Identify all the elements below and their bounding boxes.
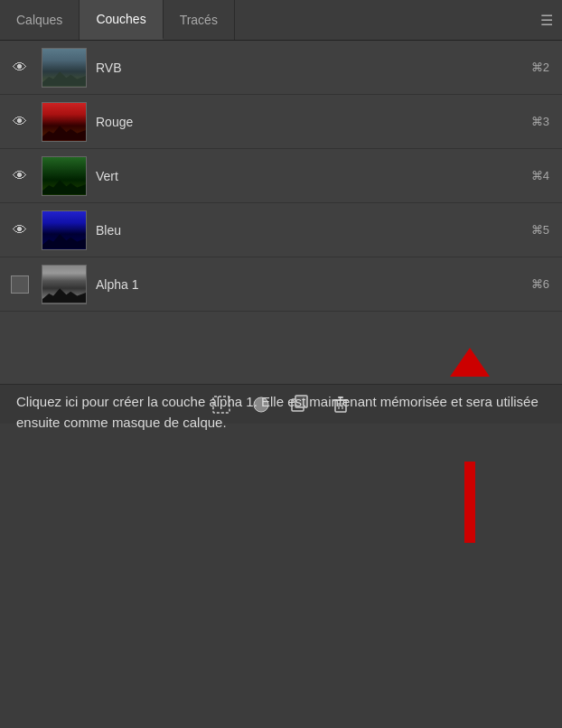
visibility-rvb[interactable]: 👁 xyxy=(7,60,33,76)
arrow-head xyxy=(450,348,490,377)
thumb-vert xyxy=(42,156,87,196)
arrow-annotation xyxy=(450,433,490,543)
tab-calques-label: Calques xyxy=(16,13,62,27)
tab-couches-label: Couches xyxy=(96,12,145,26)
tab-bar: Calques Couches Tracés ☰ xyxy=(0,0,562,41)
tab-couches[interactable]: Couches xyxy=(80,0,163,40)
eye-icon-bleu: 👁 xyxy=(13,222,27,238)
eye-icon-vert: 👁 xyxy=(13,168,27,184)
channels-panel: 👁 RVB ⌘2 👁 Rouge ⌘3 👁 Vert ⌘4 👁 xyxy=(0,41,562,312)
channel-name-rvb: RVB xyxy=(96,61,531,75)
channel-row-alpha1[interactable]: Alpha 1 ⌘6 xyxy=(0,257,562,312)
shortcut-bleu: ⌘5 xyxy=(531,223,549,237)
lower-section: Cliquez ici pour créer la couche alpha 1… xyxy=(0,424,562,469)
instruction-text: Cliquez ici pour créer la couche alpha 1… xyxy=(16,391,546,434)
visibility-vert[interactable]: 👁 xyxy=(7,168,33,184)
channel-row-vert[interactable]: 👁 Vert ⌘4 xyxy=(0,149,562,203)
shortcut-rvb: ⌘2 xyxy=(531,61,549,74)
channel-row-rvb[interactable]: 👁 RVB ⌘2 xyxy=(0,41,562,95)
visibility-bleu[interactable]: 👁 xyxy=(7,222,33,238)
visibility-alpha1[interactable] xyxy=(7,275,33,294)
shortcut-vert: ⌘4 xyxy=(531,169,549,182)
channel-name-alpha1: Alpha 1 xyxy=(96,277,531,292)
visibility-rouge[interactable]: 👁 xyxy=(7,114,33,130)
tab-calques[interactable]: Calques xyxy=(0,0,80,40)
thumb-bleu xyxy=(42,210,87,250)
channel-name-vert: Vert xyxy=(96,169,531,183)
shortcut-rouge: ⌘3 xyxy=(531,115,549,128)
panel-menu-icon[interactable]: ☰ xyxy=(540,12,553,29)
thumb-alpha1 xyxy=(42,265,87,304)
tab-traces[interactable]: Tracés xyxy=(164,0,235,40)
eye-icon-rouge: 👁 xyxy=(13,114,27,130)
shortcut-alpha1: ⌘6 xyxy=(531,277,549,291)
arrow-shaft xyxy=(464,462,475,543)
eye-icon-rvb: 👁 xyxy=(13,60,27,76)
checkbox-alpha1[interactable] xyxy=(11,275,29,294)
channel-name-bleu: Bleu xyxy=(96,223,531,238)
tab-traces-label: Tracés xyxy=(180,13,218,27)
channel-name-rouge: Rouge xyxy=(96,115,531,129)
thumb-rvb xyxy=(42,48,87,88)
thumb-rouge xyxy=(42,102,87,142)
channel-row-bleu[interactable]: 👁 Bleu ⌘5 xyxy=(0,203,562,257)
channel-row-rouge[interactable]: 👁 Rouge ⌘3 xyxy=(0,95,562,149)
